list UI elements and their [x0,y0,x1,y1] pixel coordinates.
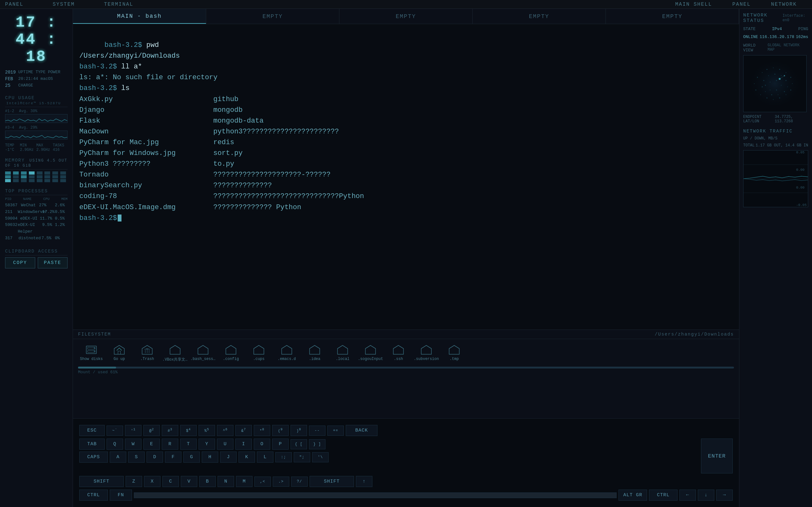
key-backspace[interactable]: BACK [346,425,377,436]
key-x[interactable]: X [144,476,160,487]
key-bracket-right[interactable]: } ] [309,439,325,449]
fs-item-emacs[interactable]: .emacs.d [273,342,300,363]
fs-item-trash[interactable]: .Trash [134,342,160,363]
memory-section: MEMORY USING 4.5 OUT OF 16 GiB [5,155,67,182]
fs-item-config[interactable]: .config [217,342,244,363]
tab-empty-2[interactable]: EMPTY [339,9,473,24]
svg-point-12 [762,72,763,73]
key-o[interactable]: O [254,439,270,450]
key-g[interactable]: G [183,452,200,463]
svg-point-22 [773,99,774,100]
fs-item-local[interactable]: .local [329,342,356,363]
key-5[interactable]: %5 [199,425,215,436]
key-ctrl-left[interactable]: CTRL [79,490,108,501]
fs-item-idea[interactable]: .idea [301,342,328,363]
svg-point-25 [756,90,757,91]
svg-point-33 [784,91,785,92]
key-j[interactable]: J [220,452,237,463]
key-b[interactable]: B [199,476,216,487]
key-backslash[interactable]: '\ [312,452,328,462]
tab-empty-4[interactable]: EMPTY [606,9,739,24]
key-slash[interactable]: ?/ [291,476,308,487]
key-s[interactable]: S [128,452,145,463]
key-p[interactable]: P [272,439,289,450]
fs-item-cups[interactable]: .cups [246,342,272,363]
key-y[interactable]: Y [199,439,215,450]
key-shift-right[interactable]: SHIFT [310,476,354,487]
key-9[interactable]: (9 [272,425,289,436]
fs-item-label: .subversion [414,357,439,361]
key-r[interactable]: R [162,439,178,450]
key-k[interactable]: K [239,452,255,463]
tab-main-bash[interactable]: MAIN - bash [73,9,206,24]
fs-item-ssh[interactable]: .ssh [385,342,412,363]
key-0[interactable]: )0 [291,425,307,436]
fs-item-sogou[interactable]: .sogouInput [357,342,384,363]
key-n[interactable]: N [217,476,234,487]
key-caps[interactable]: CAPS [79,452,108,463]
fs-item-label: .VBox共享文... [162,357,188,362]
main-layout: 17 : 44 : 18 2019 FEB 25 UPTIME TYPE POW… [0,9,812,507]
copy-button[interactable]: COPY [5,257,35,268]
key-4[interactable]: $4 [180,425,197,436]
key-3[interactable]: #3 [162,425,178,436]
fs-item-subversion[interactable]: .subversion [413,342,440,363]
key-ctrl-right[interactable]: CTRL [649,490,677,501]
key-f[interactable]: F [165,452,182,463]
key-z[interactable]: Z [125,476,142,487]
terminal-area[interactable]: bash-3.2$ pwd /Users/zhangyi/Downloads b… [73,24,739,330]
key-tilde[interactable]: ~` [107,426,123,436]
key-fn[interactable]: FN [110,490,132,501]
key-equals[interactable]: += [327,426,344,436]
key-8[interactable]: *8 [254,425,270,436]
global-map-label: GLOBAL NETWORK MAP [768,43,808,53]
key-alt-gr[interactable]: ALT GR [618,490,647,501]
key-u[interactable]: U [217,439,234,450]
key-comma[interactable]: ,< [254,476,271,487]
fs-item-go-up[interactable]: Go up [106,342,133,363]
key-shift-left[interactable]: SHIFT [79,476,124,487]
fs-item-bash-session[interactable]: .bash_sessio... [190,342,216,363]
key-semicolon[interactable]: :; [275,452,292,462]
svg-point-19 [791,90,792,91]
date-uptime: 2019 FEB 25 UPTIME TYPE POWER 20:21:44 m… [5,69,67,89]
key-down[interactable]: ↓ [698,490,714,501]
key-bracket-left[interactable]: { [ [291,439,307,449]
key-1[interactable]: '1 [125,425,142,436]
key-e[interactable]: E [143,439,160,450]
key-minus[interactable]: -- [309,426,325,436]
key-2[interactable]: @2 [143,425,160,436]
key-6[interactable]: ^6 [217,425,234,436]
key-7[interactable]: &7 [235,425,252,436]
key-i[interactable]: I [235,439,252,450]
key-quote[interactable]: "; [294,452,310,462]
key-h[interactable]: H [202,452,218,463]
key-period[interactable]: .> [273,476,289,487]
key-q[interactable]: Q [107,439,123,450]
key-tab[interactable]: TAB [79,439,105,450]
key-right[interactable]: → [716,490,733,501]
key-enter[interactable]: ENTER [701,439,733,473]
key-space[interactable] [134,493,617,498]
left-panel: 17 : 44 : 18 2019 FEB 25 UPTIME TYPE POW… [0,9,73,507]
fs-item-show-disks[interactable]: Show disks [78,342,105,363]
fs-item-tmp[interactable]: .tmp [441,342,467,363]
key-d[interactable]: D [147,452,163,463]
key-left[interactable]: ← [679,490,696,501]
fs-item-vbox[interactable]: .VBox共享文... [162,342,189,363]
key-esc[interactable]: ESC [79,425,105,436]
key-t[interactable]: T [180,439,197,450]
key-a[interactable]: A [110,452,126,463]
tab-empty-1[interactable]: EMPTY [206,9,339,24]
traffic-sub: UP / DOWN, MB/S [743,136,808,141]
key-m[interactable]: M [236,476,252,487]
key-v[interactable]: V [181,476,197,487]
fs-scrollbar[interactable] [78,367,734,369]
panel-label: PANEL [5,2,23,7]
paste-button[interactable]: PASTE [38,257,68,268]
key-c[interactable]: C [162,476,179,487]
key-up[interactable]: ↑ [356,476,372,487]
tab-empty-3[interactable]: EMPTY [473,9,606,24]
key-w[interactable]: W [125,439,142,450]
key-l[interactable]: L [257,452,273,463]
